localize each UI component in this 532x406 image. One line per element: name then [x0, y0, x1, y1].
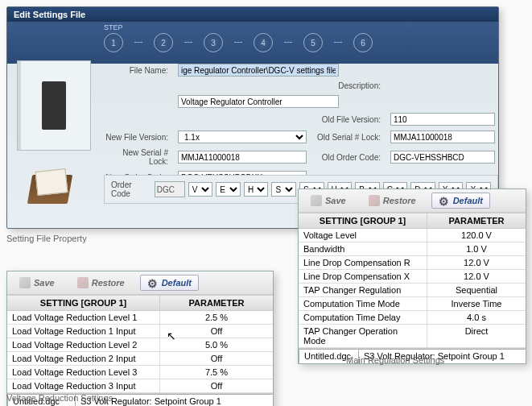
folder-icon — [25, 167, 73, 205]
description-label: Description: — [316, 81, 381, 90]
step-2[interactable]: 2 — [154, 33, 173, 52]
cell-parameter[interactable]: Inverse Time — [427, 297, 526, 310]
restore-icon — [77, 277, 89, 288]
gear-icon — [439, 195, 450, 206]
table-row[interactable]: Load Voltage Reduction 1 InputOff — [7, 325, 273, 338]
cell-setting: Line Drop Compensation R — [299, 256, 427, 269]
table-row[interactable]: TAP Changer Operation ModeDirect — [299, 325, 526, 348]
cell-parameter[interactable]: Sequential — [427, 284, 526, 296]
cell-setting: Load Voltage Reduction 2 Input — [7, 352, 160, 365]
voltage-reduction-panel: Save Restore Default SETTING [GROUP 1] P… — [6, 271, 274, 406]
cell-parameter[interactable]: 7.5 % — [160, 366, 273, 379]
table-row[interactable]: Voltage Level120.0 V — [299, 229, 526, 242]
caption-main: Main Regulation Settings — [346, 355, 444, 365]
cell-parameter[interactable]: 12.0 V — [427, 256, 526, 269]
table-row[interactable]: Load Voltage Reduction 3 InputOff — [7, 379, 273, 393]
new-version-select[interactable]: 1.1x — [178, 130, 307, 143]
new-serial-input[interactable] — [178, 151, 307, 164]
header-parameter: PARAMETER — [427, 213, 526, 228]
default-button[interactable]: Default — [431, 193, 490, 209]
form-area: File Name: Description: Old File Version… — [104, 64, 482, 184]
cell-setting: Computation Time Mode — [299, 297, 427, 310]
step-1[interactable]: 1 — [104, 33, 123, 52]
grid-header: SETTING [GROUP 1] PARAMETER — [299, 213, 526, 229]
new-version-label: New File Version: — [104, 133, 168, 142]
restore-button[interactable]: Restore — [361, 193, 423, 209]
cell-parameter[interactable]: Off — [160, 325, 273, 338]
header-setting: SETTING [GROUP 1] — [299, 213, 427, 228]
restore-button[interactable]: Restore — [70, 275, 132, 291]
cell-parameter[interactable]: 2.5 % — [160, 311, 273, 324]
cell-setting: Computation Time Delay — [299, 311, 427, 324]
step-3[interactable]: 3 — [204, 33, 223, 52]
old-serial-input[interactable] — [390, 130, 495, 143]
restore-icon — [369, 195, 380, 206]
grid-body: Load Voltage Reduction Level 12.5 %Load … — [7, 311, 273, 393]
order-code-cell-1[interactable]: E — [216, 182, 241, 197]
cell-setting: Load Voltage Reduction 3 Input — [7, 379, 160, 392]
step-bar: STEP 1 2 3 4 5 6 — [7, 22, 498, 64]
old-version-label: Old File Version: — [316, 115, 381, 124]
gear-icon — [147, 277, 159, 288]
table-row[interactable]: TAP Changer RegulationSequential — [299, 284, 526, 297]
cursor-icon: ↖ — [167, 329, 176, 342]
cell-parameter[interactable]: Off — [160, 379, 273, 392]
save-button[interactable]: Save — [12, 275, 62, 291]
toolbar: Save Restore Default — [7, 271, 273, 295]
old-serial-label: Old Serial # Lock: — [316, 133, 381, 142]
table-row[interactable]: Bandwidth1.0 V — [299, 242, 526, 256]
cell-parameter[interactable]: Off — [160, 352, 273, 365]
toolbar: Save Restore Default — [299, 189, 526, 213]
table-row[interactable]: Line Drop Compensation X12.0 V — [299, 270, 526, 284]
cell-parameter[interactable]: 1.0 V — [427, 242, 526, 255]
order-code-cell-0[interactable]: V — [188, 182, 213, 197]
save-icon — [311, 195, 322, 206]
cell-parameter[interactable]: 5.0 % — [160, 338, 273, 351]
order-code-cell-3[interactable]: S — [271, 182, 296, 197]
cell-setting: TAP Changer Regulation — [299, 284, 427, 296]
description-input[interactable] — [178, 95, 339, 108]
table-row[interactable]: Load Voltage Reduction Level 37.5 % — [7, 366, 273, 379]
main-regulation-panel: Save Restore Default SETTING [GROUP 1] P… — [298, 188, 526, 364]
step-4[interactable]: 4 — [254, 33, 273, 52]
table-row[interactable]: Computation Time ModeInverse Time — [299, 297, 526, 311]
window-title: Edit Settings File — [7, 7, 498, 22]
device-image — [17, 60, 91, 151]
save-icon — [19, 277, 31, 288]
old-order-input[interactable] — [390, 151, 495, 164]
default-button[interactable]: Default — [140, 275, 199, 291]
table-row[interactable]: Load Voltage Reduction Level 12.5 % — [7, 311, 273, 325]
file-name-label: File Name: — [104, 66, 168, 75]
table-row[interactable]: Computation Time Delay4.0 s — [299, 311, 526, 325]
order-code-cell-2[interactable]: H — [244, 182, 269, 197]
caption-setting-file: Setting File Property — [6, 234, 87, 243]
cell-setting: Voltage Level — [299, 229, 427, 242]
table-row[interactable]: Line Drop Compensation R12.0 V — [299, 256, 526, 270]
caption-voltage: Voltage Reduction Settings — [6, 393, 113, 403]
table-row[interactable]: Load Voltage Reduction 2 InputOff — [7, 352, 273, 366]
cell-setting: Bandwidth — [299, 242, 427, 255]
cell-parameter[interactable]: Direct — [427, 325, 526, 347]
old-order-label: Old Order Code: — [316, 153, 381, 162]
grid-body: Voltage Level120.0 VBandwidth1.0 VLine D… — [299, 229, 526, 348]
grid-header: SETTING [GROUP 1] PARAMETER — [7, 295, 273, 311]
new-serial-label: New Serial # Lock: — [104, 148, 168, 166]
cell-parameter[interactable]: 4.0 s — [427, 311, 526, 324]
header-setting: SETTING [GROUP 1] — [7, 296, 160, 310]
old-version-input[interactable] — [390, 113, 495, 126]
header-parameter: PARAMETER — [160, 296, 273, 310]
file-name-input[interactable] — [178, 64, 339, 77]
order-code-legend: Order Code — [111, 180, 151, 198]
cell-parameter[interactable]: 12.0 V — [427, 270, 526, 283]
step-6[interactable]: 6 — [353, 33, 373, 52]
cell-setting: Load Voltage Reduction Level 3 — [7, 366, 160, 379]
order-code-prefix — [155, 181, 185, 197]
cell-setting: Load Voltage Reduction Level 1 — [7, 311, 160, 324]
cell-setting: Line Drop Compensation X — [299, 270, 427, 283]
save-button[interactable]: Save — [303, 193, 353, 209]
cell-parameter[interactable]: 120.0 V — [427, 229, 526, 242]
step-5[interactable]: 5 — [303, 33, 323, 52]
cell-setting: Load Voltage Reduction 1 Input — [7, 325, 160, 338]
cell-setting: TAP Changer Operation Mode — [299, 325, 427, 347]
table-row[interactable]: Load Voltage Reduction Level 25.0 % — [7, 338, 273, 352]
